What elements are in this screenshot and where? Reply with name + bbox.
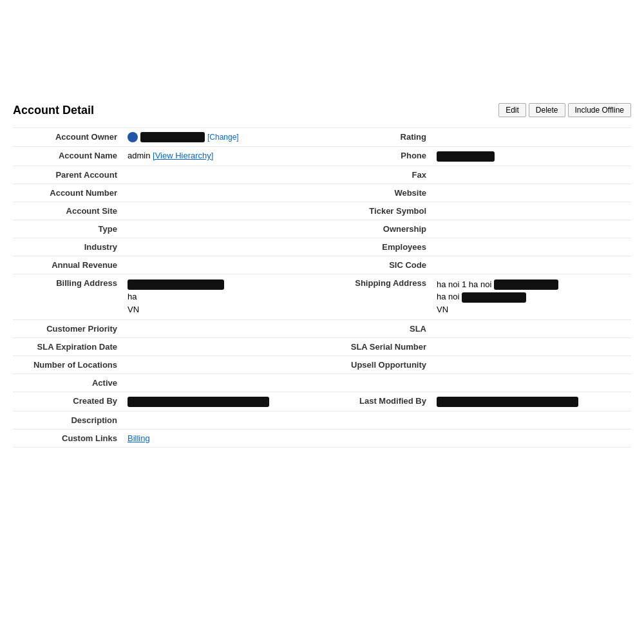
change-link[interactable]: [Change] — [207, 133, 239, 142]
empty-label-15 — [322, 411, 431, 429]
include-offline-button[interactable]: Include Offline — [568, 103, 632, 117]
table-row: Account Number Website — [13, 184, 631, 202]
account-owner-value: [Change] — [122, 128, 322, 147]
industry-label: Industry — [13, 238, 122, 256]
created-by-value — [122, 392, 322, 412]
description-value — [122, 411, 322, 429]
shipping-address-value: ha noi 1 ha noi ha noi VN — [431, 274, 631, 320]
edit-button[interactable]: Edit — [498, 103, 526, 117]
sla-label: SLA — [322, 320, 431, 338]
table-row: Billing Address ha VN Shipping Address h… — [13, 274, 631, 320]
employees-value — [431, 238, 631, 256]
detail-table: Account Owner [Change] Rating Account Na… — [13, 128, 631, 448]
empty-value-13 — [431, 374, 631, 392]
header-buttons: Edit Delete Include Offline — [498, 103, 631, 117]
parent-account-value — [122, 166, 322, 184]
rating-label: Rating — [322, 128, 431, 147]
shipping-country: VN — [437, 305, 448, 314]
delete-button[interactable]: Delete — [529, 103, 565, 117]
website-label: Website — [322, 184, 431, 202]
custom-links-value: Billing — [122, 429, 322, 447]
table-row: Created By Last Modified By — [13, 392, 631, 412]
shipping-address-label: Shipping Address — [322, 274, 431, 320]
account-site-value — [122, 202, 322, 220]
ownership-label: Ownership — [322, 220, 431, 238]
empty-value-15 — [431, 411, 631, 429]
industry-value — [122, 238, 322, 256]
shipping-address-redacted — [494, 279, 558, 290]
billing-country: VN — [128, 305, 139, 314]
account-name-label: Account Name — [13, 147, 122, 166]
shipping-line1-start: ha noi 1 ha noi — [437, 279, 491, 289]
type-label: Type — [13, 220, 122, 238]
empty-value-16 — [431, 429, 631, 447]
table-row: SLA Expiration Date SLA Serial Number — [13, 338, 631, 356]
table-row: Description — [13, 411, 631, 429]
fax-label: Fax — [322, 166, 431, 184]
shipping-line2: ha noi — [437, 292, 459, 301]
customer-priority-value — [122, 320, 322, 338]
phone-label: Phone — [322, 147, 431, 166]
upsell-opportunity-value — [431, 356, 631, 374]
parent-account-label: Parent Account — [13, 166, 122, 184]
sla-serial-value — [431, 338, 631, 356]
phone-redacted — [437, 151, 495, 162]
sla-value — [431, 320, 631, 338]
website-value — [431, 184, 631, 202]
billing-line2: ha — [128, 292, 137, 301]
customer-priority-label: Customer Priority — [13, 320, 122, 338]
created-by-redacted — [128, 397, 269, 407]
number-of-locations-label: Number of Locations — [13, 356, 122, 374]
fax-value — [431, 166, 631, 184]
page-container: Account Detail Edit Delete Include Offli… — [13, 103, 631, 448]
account-number-value — [122, 184, 322, 202]
type-value — [122, 220, 322, 238]
table-row: Annual Revenue SIC Code — [13, 256, 631, 274]
active-value — [122, 374, 322, 392]
account-owner-label: Account Owner — [13, 128, 122, 147]
annual-revenue-label: Annual Revenue — [13, 256, 122, 274]
table-row: Type Ownership — [13, 220, 631, 238]
sla-serial-label: SLA Serial Number — [322, 338, 431, 356]
billing-address-label: Billing Address — [13, 274, 122, 320]
account-number-label: Account Number — [13, 184, 122, 202]
last-modified-by-redacted — [437, 397, 578, 407]
table-row: Account Owner [Change] Rating — [13, 128, 631, 147]
owner-icon — [128, 132, 138, 142]
account-name-value: admin [View Hierarchy] — [122, 147, 322, 166]
ticker-symbol-label: Ticker Symbol — [322, 202, 431, 220]
account-name-text: admin — [128, 151, 150, 160]
table-row: Active — [13, 374, 631, 392]
sla-expiration-label: SLA Expiration Date — [13, 338, 122, 356]
billing-address-value: ha VN — [122, 274, 322, 320]
billing-address-redacted — [128, 279, 224, 290]
page-title: Account Detail — [13, 104, 94, 117]
last-modified-by-value — [431, 392, 631, 412]
table-row: Custom Links Billing — [13, 429, 631, 447]
sic-code-label: SIC Code — [322, 256, 431, 274]
annual-revenue-value — [122, 256, 322, 274]
table-row: Number of Locations Upsell Opportunity — [13, 356, 631, 374]
created-by-label: Created By — [13, 392, 122, 412]
shipping-address-redacted2 — [462, 292, 526, 303]
employees-label: Employees — [322, 238, 431, 256]
last-modified-by-label: Last Modified By — [322, 392, 431, 412]
table-row: Industry Employees — [13, 238, 631, 256]
table-row: Parent Account Fax — [13, 166, 631, 184]
sic-code-value — [431, 256, 631, 274]
table-row: Account Site Ticker Symbol — [13, 202, 631, 220]
custom-links-label: Custom Links — [13, 429, 122, 447]
ticker-symbol-value — [431, 202, 631, 220]
view-hierarchy-link[interactable]: [View Hierarchy] — [153, 151, 213, 160]
number-of-locations-value — [122, 356, 322, 374]
rating-value — [431, 128, 631, 147]
upsell-opportunity-label: Upsell Opportunity — [322, 356, 431, 374]
table-row: Account Name admin [View Hierarchy] Phon… — [13, 147, 631, 166]
active-label: Active — [13, 374, 122, 392]
description-label: Description — [13, 411, 122, 429]
sla-expiration-value — [122, 338, 322, 356]
billing-link[interactable]: Billing — [128, 433, 150, 443]
ownership-value — [431, 220, 631, 238]
empty-label-13 — [322, 374, 431, 392]
empty-label-16 — [322, 429, 431, 447]
